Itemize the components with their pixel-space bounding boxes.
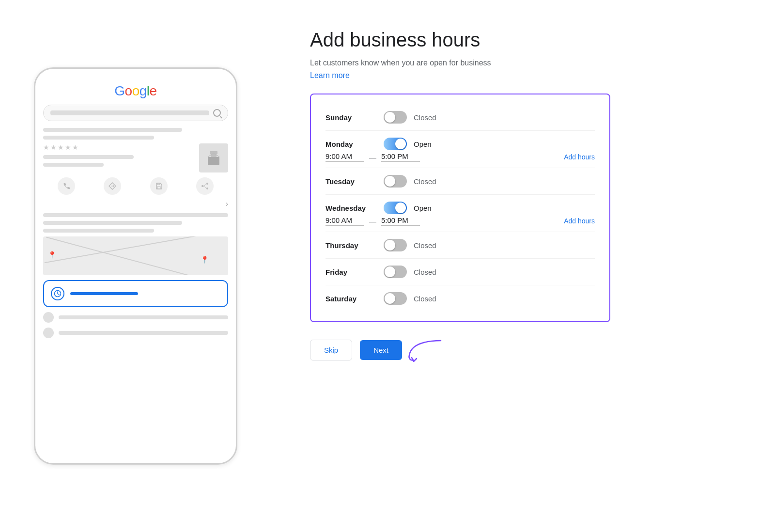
stars-row: ★ ★ ★ ★ ★ bbox=[43, 143, 194, 151]
text-line-6 bbox=[43, 221, 182, 225]
bottom-item-web bbox=[43, 328, 228, 338]
hours-card bbox=[43, 280, 228, 307]
wednesday-close-time[interactable]: 5:00 PM bbox=[381, 216, 420, 226]
text-line-4 bbox=[43, 163, 104, 167]
bottom-item-phone bbox=[43, 312, 228, 323]
saturday-label: Saturday bbox=[326, 295, 384, 303]
day-group-thursday: Thursday Closed bbox=[326, 232, 595, 259]
share-icon bbox=[201, 182, 209, 190]
monday-open-time[interactable]: 9:00 AM bbox=[326, 152, 364, 162]
wednesday-add-hours[interactable]: Add hours bbox=[564, 217, 595, 225]
sunday-toggle[interactable] bbox=[384, 111, 407, 124]
svg-rect-1 bbox=[210, 151, 217, 157]
star-4: ★ bbox=[65, 143, 71, 151]
wednesday-toggle-knob bbox=[395, 203, 406, 213]
map-pin-1: 📍 bbox=[48, 251, 56, 259]
phone-bottom-items bbox=[43, 312, 228, 338]
web-icon bbox=[43, 328, 54, 338]
sunday-status: Closed bbox=[414, 113, 436, 122]
store-icon bbox=[205, 149, 222, 167]
day-group-sunday: Sunday Closed bbox=[326, 104, 595, 131]
call-icon bbox=[62, 182, 70, 190]
svg-line-11 bbox=[203, 186, 206, 188]
text-line-5 bbox=[43, 213, 228, 217]
page-subtitle: Let customers know when you are open for… bbox=[310, 59, 736, 67]
tuesday-toggle-knob bbox=[385, 176, 395, 187]
directions-icon-circle bbox=[104, 177, 121, 195]
star-5: ★ bbox=[72, 143, 78, 151]
thursday-row: Thursday Closed bbox=[326, 232, 595, 258]
day-group-wednesday: Wednesday Open 9:00 AM — 5:00 PM Add hou… bbox=[326, 195, 595, 232]
save-icon-circle bbox=[150, 177, 168, 195]
business-card: ★ ★ ★ ★ ★ bbox=[43, 143, 228, 172]
thursday-label: Thursday bbox=[326, 241, 384, 250]
map-line-1 bbox=[45, 236, 227, 263]
skip-button[interactable]: Skip bbox=[310, 340, 352, 360]
svg-rect-0 bbox=[208, 157, 219, 165]
wednesday-label: Wednesday bbox=[326, 204, 384, 212]
tuesday-row: Tuesday Closed bbox=[326, 168, 595, 194]
store-icon-box bbox=[199, 143, 228, 172]
thursday-status: Closed bbox=[414, 241, 436, 250]
map-pin-2: 📍 bbox=[201, 256, 209, 264]
clock-icon bbox=[51, 287, 64, 300]
action-row bbox=[43, 177, 228, 195]
tuesday-label: Tuesday bbox=[326, 177, 384, 186]
monday-toggle-knob bbox=[395, 139, 406, 149]
monday-label: Monday bbox=[326, 140, 384, 148]
call-icon-circle bbox=[58, 177, 75, 195]
sunday-toggle-knob bbox=[385, 112, 395, 123]
svg-point-7 bbox=[206, 183, 208, 185]
saturday-toggle[interactable] bbox=[384, 292, 407, 305]
wednesday-header-row: Wednesday Open bbox=[326, 195, 595, 216]
monday-header-row: Monday Open bbox=[326, 131, 595, 152]
wednesday-toggle[interactable] bbox=[384, 202, 407, 214]
svg-rect-6 bbox=[157, 183, 160, 185]
map-line-2 bbox=[46, 237, 225, 275]
friday-toggle[interactable] bbox=[384, 266, 407, 278]
thursday-toggle-knob bbox=[385, 240, 395, 250]
share-icon-circle bbox=[196, 177, 214, 195]
learn-more-link[interactable]: Learn more bbox=[310, 71, 736, 80]
monday-toggle[interactable] bbox=[384, 138, 407, 150]
star-1: ★ bbox=[43, 143, 49, 151]
phone-search-input-bar bbox=[50, 110, 209, 115]
wednesday-times: 9:00 AM — 5:00 PM Add hours bbox=[326, 216, 595, 232]
wednesday-status: Open bbox=[414, 204, 432, 212]
monday-status: Open bbox=[414, 140, 432, 148]
directions-icon bbox=[108, 182, 116, 190]
monday-add-hours[interactable]: Add hours bbox=[564, 153, 595, 161]
friday-status: Closed bbox=[414, 268, 436, 276]
left-panel: Google ★ ★ ★ ★ ★ bbox=[0, 0, 271, 532]
friday-toggle-knob bbox=[385, 266, 395, 277]
star-2: ★ bbox=[50, 143, 57, 151]
svg-point-8 bbox=[206, 188, 208, 189]
hours-bar bbox=[70, 292, 138, 295]
page-title: Add business hours bbox=[310, 29, 736, 51]
thursday-toggle[interactable] bbox=[384, 239, 407, 251]
google-logo: Google bbox=[43, 83, 228, 99]
day-group-tuesday: Tuesday Closed bbox=[326, 168, 595, 195]
saturday-status: Closed bbox=[414, 295, 436, 303]
svg-point-9 bbox=[202, 185, 203, 187]
tuesday-toggle[interactable] bbox=[384, 175, 407, 188]
text-line-7 bbox=[43, 229, 154, 233]
saturday-row: Saturday Closed bbox=[326, 285, 595, 312]
friday-label: Friday bbox=[326, 268, 384, 276]
next-button[interactable]: Next bbox=[360, 340, 402, 360]
saturday-toggle-knob bbox=[385, 293, 395, 304]
bottom-line-2 bbox=[59, 331, 228, 335]
phone-mockup: Google ★ ★ ★ ★ ★ bbox=[34, 67, 237, 465]
wednesday-open-time[interactable]: 9:00 AM bbox=[326, 216, 364, 226]
map-area: 📍 📍 bbox=[43, 236, 228, 275]
monday-close-time[interactable]: 5:00 PM bbox=[381, 152, 420, 162]
text-line-2 bbox=[43, 136, 154, 140]
next-button-container: Next bbox=[360, 340, 402, 360]
day-group-saturday: Saturday Closed bbox=[326, 285, 595, 312]
phone-icon bbox=[43, 312, 54, 323]
sunday-label: Sunday bbox=[326, 113, 384, 122]
save-icon bbox=[155, 182, 163, 190]
text-line-3 bbox=[43, 155, 134, 159]
day-group-friday: Friday Closed bbox=[326, 259, 595, 285]
bottom-buttons: Skip Next bbox=[310, 340, 736, 360]
